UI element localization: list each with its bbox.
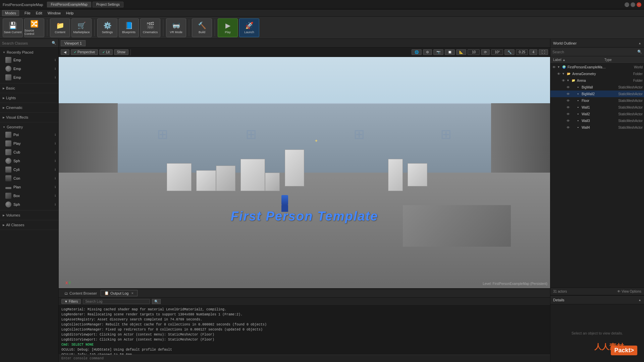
tab-firstperson[interactable]: FirstPersonExampleMap: [47, 2, 91, 7]
save-current-button[interactable]: 💾 Save Current: [3, 18, 23, 37]
list-item[interactable]: Cub ℹ: [0, 148, 58, 157]
snap-value[interactable]: 10: [468, 49, 480, 55]
output-log-close[interactable]: ✕: [131, 292, 134, 295]
item-info-icon[interactable]: ℹ: [55, 150, 56, 154]
list-item[interactable]: Box ℹ: [0, 191, 58, 200]
show-button[interactable]: Show: [114, 49, 128, 55]
vp-icon-btn[interactable]: ⟳: [481, 49, 490, 55]
wo-vis-icon[interactable]: 👁: [561, 78, 566, 83]
angle-value[interactable]: 10°: [491, 49, 503, 55]
vp-maximize-btn[interactable]: ⛶: [539, 49, 548, 55]
console-input[interactable]: [61, 357, 547, 360]
vp-icon-btn[interactable]: 🔲: [445, 49, 455, 55]
minimize-button[interactable]: _: [625, 2, 629, 7]
expand-icon[interactable]: ▼: [567, 79, 570, 82]
wo-vis-icon[interactable]: 👁: [566, 105, 571, 110]
list-item[interactable]: Sph ℹ: [0, 200, 58, 209]
cinematic-title[interactable]: ▶ Cinematic: [0, 104, 58, 111]
menu-window[interactable]: Window: [45, 10, 63, 16]
search-classes-container[interactable]: 🔍: [0, 39, 58, 48]
lit-button[interactable]: ✓ Lit: [99, 49, 113, 55]
perspective-button[interactable]: ✓ Perspective: [71, 49, 98, 55]
source-control-button[interactable]: 🔀 Source Control: [24, 18, 44, 37]
list-item[interactable]: Poi ℹ: [0, 130, 58, 139]
wo-item-bigwall2[interactable]: 👁 ▪ BigWall2 StaticMeshActor: [550, 90, 644, 97]
geometry-title[interactable]: ▼ Geometry: [0, 124, 58, 130]
build-button[interactable]: 🔨 Build: [192, 18, 212, 37]
wo-col-label[interactable]: Label ▲: [553, 58, 604, 62]
log-search-input[interactable]: [83, 299, 150, 304]
wo-item-wall1[interactable]: 👁 ▪ Wall1 StaticMeshActor: [550, 104, 644, 111]
wo-item-floor[interactable]: 👁 ▪ Floor StaticMeshActor: [550, 97, 644, 104]
vp-icon-btn[interactable]: 📐: [456, 49, 466, 55]
recently-placed-title[interactable]: ▼ Recently Placed: [0, 49, 58, 56]
wo-item-root[interactable]: 👁 ▼ 🌍 FirstPersonExampleMap (Editor) Wor…: [550, 64, 644, 70]
expand-icon[interactable]: ▼: [562, 72, 565, 75]
list-item[interactable]: Sph ℹ: [0, 157, 58, 165]
wo-item-wall2[interactable]: 👁 ▪ Wall2 StaticMeshActor: [550, 111, 644, 117]
vp-icon-btn[interactable]: 🌐: [412, 49, 422, 55]
vp-icon-btn[interactable]: 📷: [433, 49, 443, 55]
tab-project-settings[interactable]: Project Settings: [93, 2, 123, 7]
wo-search-input[interactable]: [552, 50, 637, 54]
list-item[interactable]: Cyli ℹ: [0, 165, 58, 174]
viewport-tab[interactable]: Viewport 1: [61, 40, 86, 46]
lights-title[interactable]: ▶ Lights: [0, 95, 58, 101]
basic-title[interactable]: ▶ Basic: [0, 85, 58, 92]
wo-item-arena[interactable]: 👁 ▼ 📁 Arena Folder: [550, 77, 644, 84]
launch-button[interactable]: 🚀 Launch: [239, 18, 259, 37]
close-button[interactable]: ✕: [637, 2, 641, 7]
list-item[interactable]: Con ℹ: [0, 174, 58, 183]
list-item[interactable]: Play ℹ: [0, 139, 58, 148]
content-button[interactable]: 📁 Content: [50, 18, 70, 37]
marketplace-button[interactable]: 🛒 Marketplace: [71, 18, 92, 37]
log-search-button[interactable]: 🔍: [152, 299, 161, 304]
item-info-icon[interactable]: ℹ: [55, 133, 56, 136]
item-info-icon[interactable]: ℹ: [55, 194, 56, 197]
menu-help[interactable]: Help: [63, 10, 76, 16]
vp-icon-btn[interactable]: 🔧: [504, 49, 515, 55]
item-info-icon[interactable]: ℹ: [55, 159, 56, 163]
world-outliner-header[interactable]: World Outliner ▲: [550, 39, 644, 48]
wo-vis-icon[interactable]: 👁: [566, 98, 571, 103]
view-options-button[interactable]: 👁 View Options: [617, 290, 641, 293]
vp-icon-btn[interactable]: ⚙: [423, 49, 432, 55]
volumes-title[interactable]: ▶ Volumes: [0, 212, 58, 219]
wo-search-container[interactable]: 🔍: [550, 48, 644, 56]
menu-file[interactable]: File: [22, 10, 33, 16]
wo-vis-icon[interactable]: 👁: [556, 71, 561, 76]
filters-button[interactable]: ▼ Filters: [61, 299, 81, 304]
wo-item-areageometry[interactable]: 👁 ▼ 📂 ArenaGeometry Folder: [550, 70, 644, 77]
wo-item-wall4[interactable]: 👁 ▪ Wall4 StaticMeshActor: [550, 124, 644, 131]
item-info-icon[interactable]: ℹ: [55, 58, 56, 62]
wo-item-bigwall[interactable]: 👁 ▪ BigWall StaticMeshActor: [550, 84, 644, 90]
settings-button[interactable]: ⚙️ Settings: [97, 18, 117, 37]
visual-effects-title[interactable]: ▶ Visual Effects: [0, 114, 58, 121]
vr-mode-button[interactable]: 🥽 VR Mode: [166, 18, 186, 37]
list-item[interactable]: Emp ℹ: [0, 73, 58, 82]
details-header[interactable]: Details ▲: [550, 296, 644, 304]
viewport-nav-button[interactable]: ◀: [61, 49, 69, 55]
list-item[interactable]: Emp ℹ: [0, 56, 58, 64]
output-log-tab[interactable]: 📋 Output Log ✕: [101, 290, 138, 296]
play-button[interactable]: ▶ Play: [218, 18, 238, 37]
item-info-icon[interactable]: ℹ: [55, 168, 56, 171]
item-info-icon[interactable]: ℹ: [55, 76, 56, 79]
blueprints-button[interactable]: 📘 Blueprints: [119, 18, 139, 37]
search-classes-input[interactable]: [2, 41, 52, 45]
menu-edit[interactable]: Edit: [33, 10, 45, 16]
maximize-button[interactable]: □: [631, 2, 635, 7]
wo-vis-icon[interactable]: 👁: [566, 112, 571, 116]
expand-icon[interactable]: ▼: [557, 65, 560, 69]
content-browser-tab[interactable]: 🗂 Content Browser: [61, 290, 101, 296]
wo-vis-icon[interactable]: 👁: [566, 118, 571, 123]
item-info-icon[interactable]: ℹ: [55, 67, 56, 70]
wo-vis-icon[interactable]: 👁: [552, 65, 556, 69]
vp-icon-btn[interactable]: 4: [529, 49, 537, 55]
list-item[interactable]: Plan ℹ: [0, 183, 58, 191]
item-info-icon[interactable]: ℹ: [55, 203, 56, 206]
item-info-icon[interactable]: ℹ: [55, 142, 56, 145]
3d-viewport[interactable]: ✦ First Person Template X Y ⊞ ⊞ ⊞ ⊞: [59, 57, 550, 288]
wo-vis-icon[interactable]: 👁: [566, 92, 571, 96]
item-info-icon[interactable]: ℹ: [55, 185, 56, 189]
